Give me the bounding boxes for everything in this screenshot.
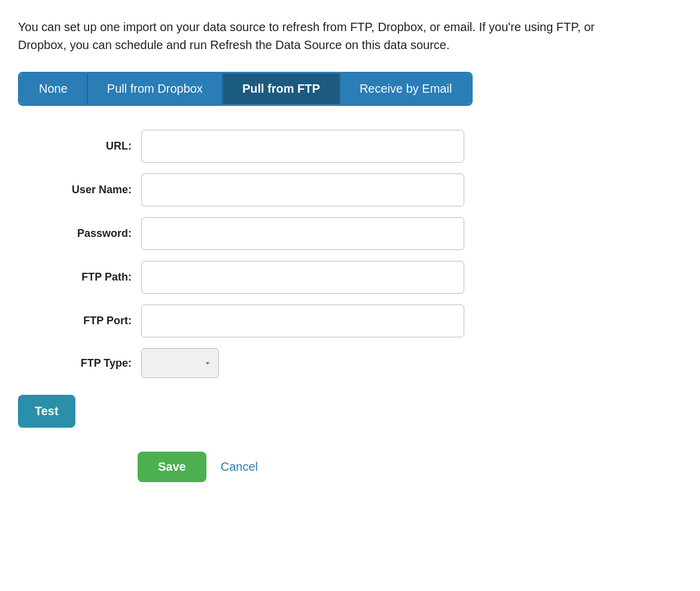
username-label: User Name: <box>24 184 132 196</box>
tab-bar: NonePull from DropboxPull from FTPReceiv… <box>18 72 473 106</box>
ftp_path-input[interactable] <box>141 261 464 294</box>
tab-dropbox[interactable]: Pull from Dropbox <box>88 74 223 104</box>
username-row: User Name: <box>24 173 464 206</box>
bottom-actions: Save Cancel <box>138 452 682 482</box>
password-input[interactable] <box>141 217 464 250</box>
ftp_path-label: FTP Path: <box>24 271 132 284</box>
url-row: URL: <box>24 130 464 163</box>
tab-ftp[interactable]: Pull from FTP <box>223 74 340 104</box>
save-button[interactable]: Save <box>138 452 206 482</box>
username-input[interactable] <box>141 173 464 206</box>
ftp-type-label: FTP Type: <box>24 357 132 370</box>
ftp-type-select[interactable]: FTPFTPSSFTP <box>141 348 219 378</box>
test-button[interactable]: Test <box>18 395 75 428</box>
password-label: Password: <box>24 227 132 240</box>
form-section: URL:User Name:Password:FTP Path:FTP Port… <box>24 130 682 389</box>
ftp_path-row: FTP Path: <box>24 261 464 294</box>
tab-none[interactable]: None <box>20 74 88 104</box>
url-label: URL: <box>24 140 132 153</box>
description-text: You can set up one import on your data s… <box>18 18 646 54</box>
ftp-type-row: FTP Type: FTPFTPSSFTP <box>24 348 682 378</box>
tab-email[interactable]: Receive by Email <box>340 74 471 104</box>
url-input[interactable] <box>141 130 464 163</box>
ftp_port-input[interactable] <box>141 304 464 337</box>
password-row: Password: <box>24 217 464 250</box>
ftp_port-label: FTP Port: <box>24 315 132 327</box>
ftp_port-row: FTP Port: <box>24 304 464 337</box>
cancel-link[interactable]: Cancel <box>221 460 258 474</box>
